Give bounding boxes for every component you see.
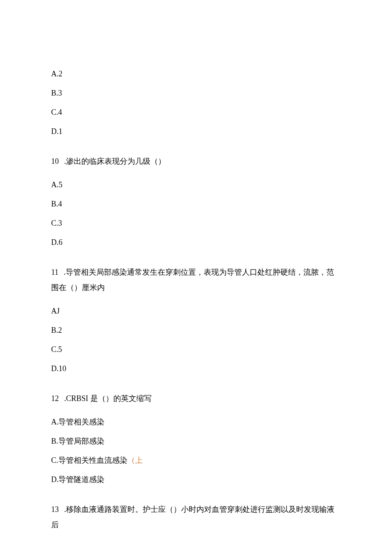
question-13: 13 .移除血液通路装置时。护士应（）小时内对血管穿刺处进行监测以及时发现输液后	[51, 502, 341, 532]
question-stem: 11 .导管相关局部感染通常发生在穿刺位置，表现为导管人口处红肿硬结，流脓，范围…	[51, 264, 341, 295]
option-d: D.1	[51, 126, 341, 137]
option-d: D.导管隧道感染	[51, 474, 341, 485]
option-b: B.3	[51, 87, 341, 99]
option-c-text: C.导管相关性血流感染	[51, 456, 127, 465]
option-c-annotation: （上	[127, 456, 143, 465]
option-list: A.导管相关感染 B.导管局部感染 C.导管相关性血流感染（上 D.导管隧道感染	[51, 416, 341, 485]
question-number: 12	[51, 394, 59, 403]
question-stem: 13 .移除血液通路装置时。护士应（）小时内对血管穿刺处进行监测以及时发现输液后	[51, 502, 341, 532]
option-c: C.导管相关性血流感染（上	[51, 455, 341, 466]
question-number: 11	[51, 268, 58, 276]
option-a: A.5	[51, 179, 341, 191]
question-number: 13	[51, 505, 59, 514]
document-page: A.2 B.3 C.4 D.1 10 .渗出的临床表现分为几级（） A.5 B.…	[0, 0, 392, 555]
question-number: 10	[51, 157, 59, 166]
option-c: C.3	[51, 218, 341, 229]
question-11: 11 .导管相关局部感染通常发生在穿刺位置，表现为导管人口处红肿硬结，流脓，范围…	[51, 264, 341, 375]
option-list: AJ B.2 C.5 D.10	[51, 305, 341, 375]
option-c: C.5	[51, 344, 341, 355]
question-10: 10 .渗出的临床表现分为几级（） A.5 B.4 C.3 D.6	[51, 154, 341, 248]
question-9-options: A.2 B.3 C.4 D.1	[51, 68, 341, 137]
question-stem: 10 .渗出的临床表现分为几级（）	[51, 154, 341, 169]
option-b: B.2	[51, 325, 341, 336]
question-text: .CRBSI 是（）的英文缩写	[62, 394, 152, 403]
option-a: A.2	[51, 68, 341, 80]
question-stem: 12 .CRBSI 是（）的英文缩写	[51, 391, 341, 406]
option-b: B.4	[51, 198, 341, 210]
question-12: 12 .CRBSI 是（）的英文缩写 A.导管相关感染 B.导管局部感染 C.导…	[51, 391, 341, 485]
option-b: B.导管局部感染	[51, 436, 341, 447]
question-text: .导管相关局部感染通常发生在穿刺位置，表现为导管人口处红肿硬结，流脓，范围在（）…	[51, 268, 334, 292]
option-a: A.导管相关感染	[51, 416, 341, 428]
option-list: A.2 B.3 C.4 D.1	[51, 68, 341, 137]
option-a: AJ	[51, 305, 341, 317]
option-c: C.4	[51, 107, 341, 118]
question-text: .渗出的临床表现分为几级（）	[62, 157, 166, 166]
option-list: A.5 B.4 C.3 D.6	[51, 179, 341, 248]
option-d: D.6	[51, 237, 341, 248]
question-text: .移除血液通路装置时。护士应（）小时内对血管穿刺处进行监测以及时发现输液后	[51, 505, 334, 529]
option-d: D.10	[51, 363, 341, 375]
